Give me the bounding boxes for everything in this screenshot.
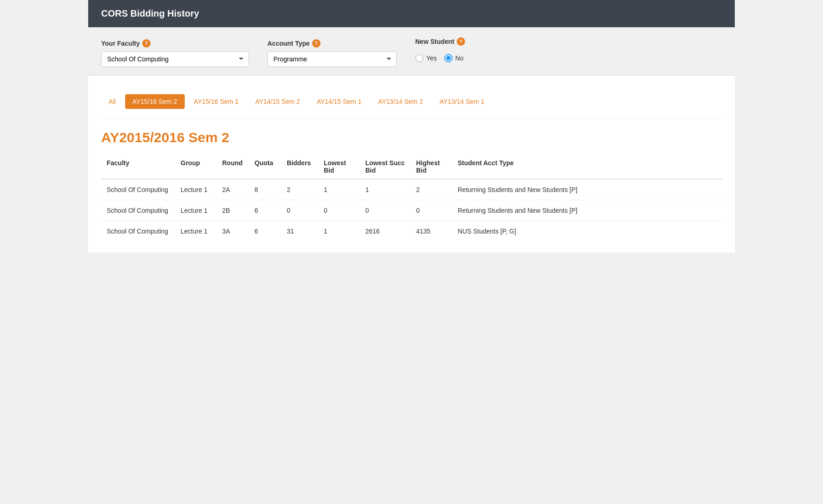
col-header-student-acct-type: Student Acct Type	[452, 155, 722, 179]
tab-ay1415-sem1[interactable]: AY14/15 Sem 1	[309, 94, 369, 109]
faculty-select[interactable]: School Of Computing Faculty of Arts & So…	[101, 51, 249, 67]
account-help-icon[interactable]: ?	[312, 39, 321, 48]
cell-lowest-succ-bid: 0	[360, 200, 411, 221]
cell-highest-bid: 0	[411, 200, 452, 221]
radio-yes[interactable]: Yes	[415, 54, 437, 62]
cell-quota: 6	[249, 221, 281, 242]
cell-student-acct-type: NUS Students [P, G]	[452, 221, 722, 242]
cell-quota: 6	[249, 200, 281, 221]
cell-quota: 8	[249, 179, 281, 200]
tab-all[interactable]: All	[101, 94, 123, 109]
cell-lowest-bid: 0	[318, 200, 360, 221]
radio-no[interactable]: No	[444, 54, 464, 62]
cell-round: 2A	[217, 179, 249, 200]
cell-round: 2B	[217, 200, 249, 221]
cell-faculty: School Of Computing	[101, 221, 175, 242]
col-header-highest-bid: Highest Bid	[411, 155, 452, 179]
radio-yes-label: Yes	[426, 54, 437, 62]
radio-yes-indicator	[415, 54, 424, 62]
table-body: School Of Computing Lecture 1 2A 8 2 1 1…	[101, 179, 722, 241]
radio-no-label: No	[455, 54, 464, 62]
cell-highest-bid: 4135	[411, 221, 452, 242]
faculty-label: Your Faculty ?	[101, 39, 249, 48]
filter-bar: Your Faculty ? School Of Computing Facul…	[88, 27, 735, 76]
account-type-filter-group: Account Type ? Programme General Faculty	[267, 39, 397, 67]
page-header: CORS Bidding History	[88, 0, 735, 27]
table-row: School Of Computing Lecture 1 2B 6 0 0 0…	[101, 200, 722, 221]
col-header-quota: Quota	[249, 155, 281, 179]
tab-ay1516-sem2[interactable]: AY15/16 Sem 2	[125, 94, 185, 109]
cell-bidders: 2	[281, 179, 318, 200]
cell-highest-bid: 2	[411, 179, 452, 200]
cell-lowest-succ-bid: 1	[360, 179, 411, 200]
section-heading: AY2015/2016 Sem 2	[101, 130, 722, 145]
cell-group: Lecture 1	[175, 200, 217, 221]
cell-group: Lecture 1	[175, 221, 217, 242]
new-student-radio-group: Yes No	[415, 49, 465, 67]
cell-lowest-bid: 1	[318, 221, 360, 242]
col-header-lowest-bid: Lowest Bid	[318, 155, 360, 179]
cell-round: 3A	[217, 221, 249, 242]
table-row: School Of Computing Lecture 1 2A 8 2 1 1…	[101, 179, 722, 200]
cell-faculty: School Of Computing	[101, 200, 175, 221]
tab-ay1314-sem1[interactable]: AY13/14 Sem 1	[432, 94, 492, 109]
col-header-group: Group	[175, 155, 217, 179]
tab-bar: All AY15/16 Sem 2 AY15/16 Sem 1 AY14/15 …	[101, 87, 722, 119]
cell-bidders: 31	[281, 221, 318, 242]
cell-student-acct-type: Returning Students and New Students [P]	[452, 200, 722, 221]
cell-student-acct-type: Returning Students and New Students [P]	[452, 179, 722, 200]
col-header-faculty: Faculty	[101, 155, 175, 179]
col-header-round: Round	[217, 155, 249, 179]
cell-lowest-succ-bid: 2616	[360, 221, 411, 242]
new-student-label: New Student ?	[415, 37, 465, 46]
col-header-bidders: Bidders	[281, 155, 318, 179]
bidding-history-table: Faculty Group Round Quota Bidders Lowest…	[101, 155, 722, 241]
tab-ay1415-sem2[interactable]: AY14/15 Sem 2	[248, 94, 308, 109]
account-type-select[interactable]: Programme General Faculty	[267, 51, 397, 67]
table-row: School Of Computing Lecture 1 3A 6 31 1 …	[101, 221, 722, 242]
new-student-filter-group: New Student ? Yes No	[415, 37, 465, 67]
table-header: Faculty Group Round Quota Bidders Lowest…	[101, 155, 722, 179]
cell-bidders: 0	[281, 200, 318, 221]
cell-faculty: School Of Computing	[101, 179, 175, 200]
col-header-lowest-succ-bid: Lowest Succ Bid	[360, 155, 411, 179]
faculty-filter-group: Your Faculty ? School Of Computing Facul…	[101, 39, 249, 67]
cell-group: Lecture 1	[175, 179, 217, 200]
page-title: CORS Bidding History	[101, 8, 199, 18]
page-wrapper: CORS Bidding History Your Faculty ? Scho…	[88, 0, 735, 504]
faculty-help-icon[interactable]: ?	[142, 39, 151, 48]
cell-lowest-bid: 1	[318, 179, 360, 200]
tab-ay1314-sem2[interactable]: AY13/14 Sem 2	[371, 94, 430, 109]
tab-ay1516-sem1[interactable]: AY15/16 Sem 1	[187, 94, 246, 109]
account-type-label: Account Type ?	[267, 39, 397, 48]
radio-no-indicator	[444, 54, 453, 62]
main-content: All AY15/16 Sem 2 AY15/16 Sem 1 AY14/15 …	[88, 76, 735, 252]
new-student-help-icon[interactable]: ?	[457, 37, 465, 46]
